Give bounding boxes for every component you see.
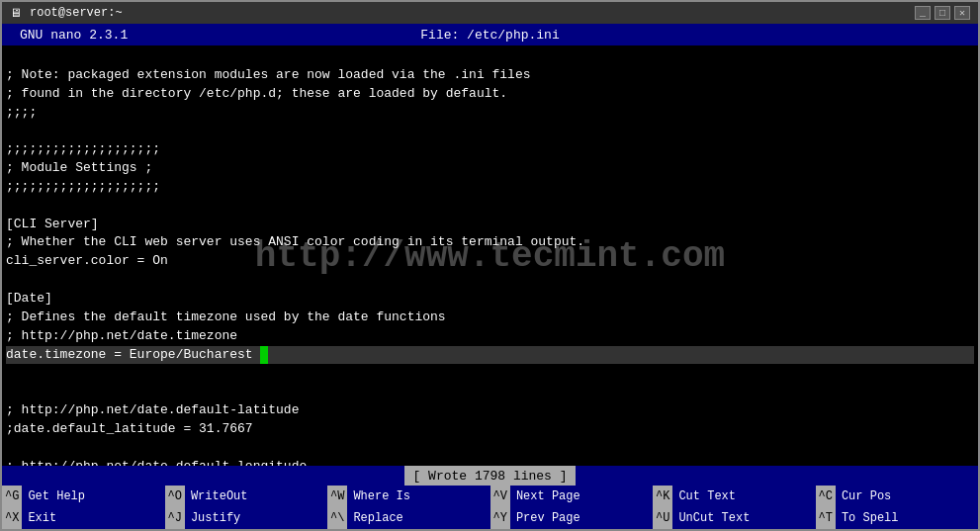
- title-bar-left: 🖥 root@server:~: [10, 6, 123, 21]
- line-1: ; Note: packaged extension modules are n…: [6, 67, 531, 82]
- line-15: ; http://php.net/date.timezone: [6, 328, 237, 343]
- line-14: ; Defines the default timezone used by t…: [6, 310, 446, 324]
- line-11: cli_server.color = On: [6, 253, 168, 268]
- footer-key-replace: ^\: [327, 507, 347, 529]
- footer-label-prev-page: Prev Page: [510, 511, 586, 525]
- line-13: [Date]: [6, 291, 52, 306]
- footer-item-next-page[interactable]: ^V Next Page: [490, 486, 654, 507]
- footer-key-writeout: ^O: [165, 486, 185, 507]
- footer-item-prev-page[interactable]: ^Y Prev Page: [490, 507, 654, 529]
- footer-key-cut-text: ^K: [653, 486, 672, 507]
- footer-key-next-page: ^V: [490, 486, 510, 507]
- title-bar-icon: 🖥: [10, 6, 22, 21]
- footer-label-writeout: WriteOut: [185, 489, 254, 503]
- footer-key-where-is: ^W: [327, 486, 347, 507]
- footer-key-exit: ^X: [2, 507, 22, 529]
- nano-version: GNU nano 2.3.1: [20, 28, 128, 43]
- title-bar-controls[interactable]: _ □ ✕: [915, 6, 970, 20]
- line-10: ; Whether the CLI web server uses ANSI c…: [6, 234, 584, 249]
- footer-label-to-spell: To Spell: [836, 511, 905, 525]
- line-5: ;;;;;;;;;;;;;;;;;;;;: [6, 141, 160, 156]
- footer-item-to-spell[interactable]: ^T To Spell: [816, 507, 979, 529]
- footer-key-prev-page: ^Y: [490, 507, 510, 529]
- footer-key-justify: ^J: [165, 507, 185, 529]
- line-7: ;;;;;;;;;;;;;;;;;;;;: [6, 179, 160, 194]
- status-bar: [ Wrote 1798 lines ]: [2, 466, 978, 486]
- footer-label-cur-pos: Cur Pos: [836, 489, 897, 503]
- footer-item-get-help[interactable]: ^G Get Help: [2, 486, 165, 507]
- footer-key-cur-pos: ^C: [816, 486, 836, 507]
- maximize-button[interactable]: □: [935, 6, 950, 20]
- footer-label-get-help: Get Help: [22, 489, 91, 503]
- editor-content: ; Note: packaged extension modules are n…: [2, 45, 978, 466]
- line-after-3: ;date.default_latitude = 31.7667: [6, 421, 253, 436]
- footer-label-where-is: Where Is: [347, 489, 416, 503]
- text-cursor: [260, 346, 268, 365]
- footer-label-uncut-text: UnCut Text: [672, 511, 756, 525]
- status-text: [ Wrote 1798 lines ]: [412, 469, 567, 484]
- footer-row-1: ^G Get Help ^O WriteOut ^W Where Is ^V N…: [2, 486, 978, 507]
- footer-item-exit[interactable]: ^X Exit: [2, 507, 165, 529]
- minimize-button[interactable]: _: [915, 6, 931, 20]
- footer-label-next-page: Next Page: [510, 489, 586, 503]
- line-6: ; Module Settings ;: [6, 160, 152, 175]
- nano-filename: File: /etc/php.ini: [420, 28, 559, 43]
- footer-item-writeout[interactable]: ^O WriteOut: [165, 486, 328, 507]
- footer-item-cur-pos[interactable]: ^C Cur Pos: [816, 486, 979, 507]
- footer-key-uncut-text: ^U: [653, 507, 672, 529]
- status-message: [ Wrote 1798 lines ]: [404, 466, 575, 486]
- footer-item-replace[interactable]: ^\ Replace: [327, 507, 490, 529]
- line-3: ;;;;: [6, 105, 37, 120]
- title-bar: 🖥 root@server:~ _ □ ✕: [2, 2, 978, 24]
- footer: ^G Get Help ^O WriteOut ^W Where Is ^V N…: [2, 486, 978, 529]
- footer-item-uncut-text[interactable]: ^U UnCut Text: [653, 507, 816, 529]
- line-9: [CLI Server]: [6, 217, 99, 231]
- footer-item-justify[interactable]: ^J Justify: [165, 507, 328, 529]
- line-after-5: ; http://php.net/date.default-longitude: [6, 459, 307, 466]
- current-line: date.timezone = Europe/Bucharest: [6, 346, 974, 365]
- nano-header: GNU nano 2.3.1 File: /etc/php.ini: [2, 24, 978, 45]
- footer-item-cut-text[interactable]: ^K Cut Text: [653, 486, 816, 507]
- footer-key-to-spell: ^T: [816, 507, 836, 529]
- line-after-2: ; http://php.net/date.default-latitude: [6, 402, 299, 417]
- footer-label-justify: Justify: [185, 511, 246, 525]
- footer-label-replace: Replace: [347, 511, 408, 525]
- footer-label-exit: Exit: [22, 511, 62, 525]
- editor-area[interactable]: ; Note: packaged extension modules are n…: [2, 45, 978, 466]
- window-frame: 🖥 root@server:~ _ □ ✕ GNU nano 2.3.1 Fil…: [0, 0, 980, 531]
- window-title: root@server:~: [30, 6, 123, 20]
- close-button[interactable]: ✕: [954, 6, 970, 20]
- footer-label-cut-text: Cut Text: [672, 489, 742, 503]
- line-2: ; found in the directory /etc/php.d; the…: [6, 86, 507, 101]
- footer-row-2: ^X Exit ^J Justify ^\ Replace ^Y Prev Pa…: [2, 507, 978, 529]
- footer-item-where-is[interactable]: ^W Where Is: [327, 486, 490, 507]
- footer-key-get-help: ^G: [2, 486, 22, 507]
